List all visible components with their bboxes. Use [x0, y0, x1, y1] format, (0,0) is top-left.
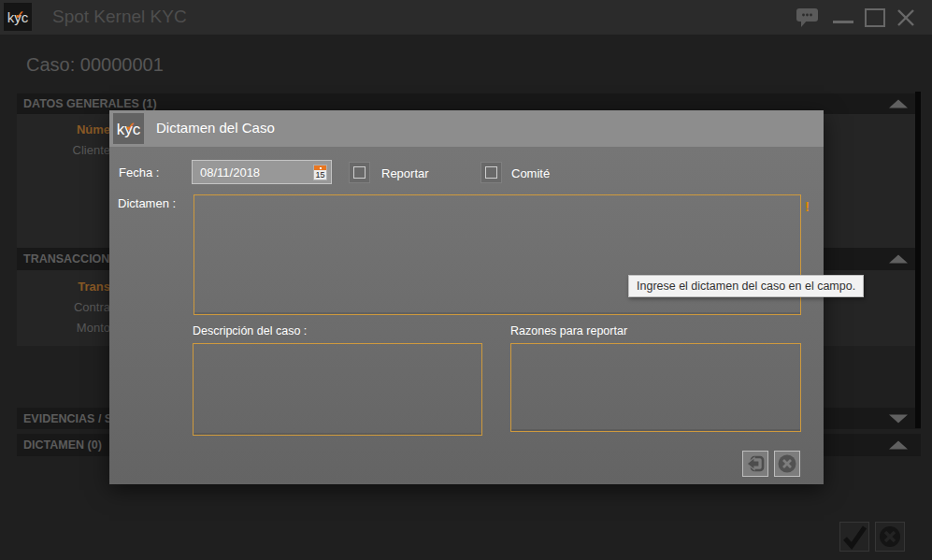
dialog-logo: kyc ✓	[113, 113, 144, 144]
dialog-back-button[interactable]	[742, 451, 768, 477]
expand-down-icon[interactable]	[889, 414, 908, 423]
checkmark-icon	[840, 523, 868, 551]
app-title: Spot Kernel KYC	[52, 7, 187, 27]
titlebar: kyc ✓ Spot Kernel KYC	[0, 0, 932, 35]
close-window-button[interactable]	[890, 0, 922, 35]
collapse-up-icon[interactable]	[889, 100, 908, 108]
razones-label: Razones para reportar	[510, 324, 627, 337]
dictamen-label: Dictamen :	[118, 196, 176, 210]
app-logo: kyc ✓	[4, 3, 32, 31]
cancel-case-button[interactable]	[875, 522, 905, 552]
logo-check-icon: ✓	[125, 110, 136, 143]
dialog-close-button[interactable]	[774, 451, 800, 477]
accept-case-button[interactable]	[839, 522, 869, 552]
minimize-icon	[833, 21, 853, 23]
maximize-icon	[865, 8, 885, 27]
close-icon	[895, 7, 917, 29]
dictamen-tooltip: Ingrese el dictamen del caso en el campo…	[628, 275, 864, 297]
validation-exclamation-icon: !	[805, 198, 810, 214]
date-input[interactable]	[193, 161, 331, 183]
section-title: DATOS GENERALES (1)	[23, 97, 157, 110]
reportar-label: Reportar	[381, 166, 429, 180]
field-label: Trans	[17, 280, 110, 294]
return-arrow-icon	[745, 453, 766, 474]
dialog-header: kyc ✓ Dictamen del Caso	[109, 110, 824, 147]
cancel-circle-icon	[876, 523, 904, 551]
dialog-title: Dictamen del Caso	[156, 120, 275, 136]
checkbox-icon	[353, 166, 366, 179]
descripcion-textarea[interactable]	[193, 343, 482, 436]
section-title: DICTAMEN (0)	[23, 438, 102, 452]
calendar-picker-button[interactable]: 15	[313, 165, 327, 180]
section-title: EVIDENCIAS / S	[23, 412, 112, 425]
vertical-scrollbar[interactable]	[915, 92, 921, 428]
chat-icon	[796, 7, 820, 29]
razones-textarea[interactable]	[510, 343, 801, 432]
section-title: TRANSACCION	[23, 252, 109, 266]
minimize-button[interactable]	[828, 0, 858, 35]
collapse-up-icon[interactable]	[889, 441, 908, 450]
field-label: Núme	[17, 122, 110, 136]
collapse-up-icon[interactable]	[889, 255, 908, 264]
chat-button[interactable]	[793, 0, 823, 35]
descripcion-label: Descripción del caso :	[193, 324, 307, 337]
maximize-button[interactable]	[860, 0, 890, 35]
field-label: Contra	[17, 300, 110, 314]
field-label: Monto	[17, 321, 110, 335]
comite-checkbox[interactable]	[480, 162, 502, 183]
fecha-label: Fecha :	[119, 165, 159, 179]
reportar-checkbox[interactable]	[349, 162, 370, 183]
close-circle-icon	[777, 453, 797, 474]
logo-check-icon: ✓	[15, 0, 24, 30]
case-title: Caso: 00000001	[26, 54, 164, 76]
checkbox-icon	[485, 166, 497, 179]
field-label: Cliente	[17, 143, 110, 157]
dictamen-dialog: kyc ✓ Dictamen del Caso Fecha : 15 Repor…	[109, 110, 824, 484]
date-field: 15	[192, 160, 332, 184]
calendar-day: 15	[314, 170, 326, 179]
comite-label: Comité	[511, 166, 550, 180]
